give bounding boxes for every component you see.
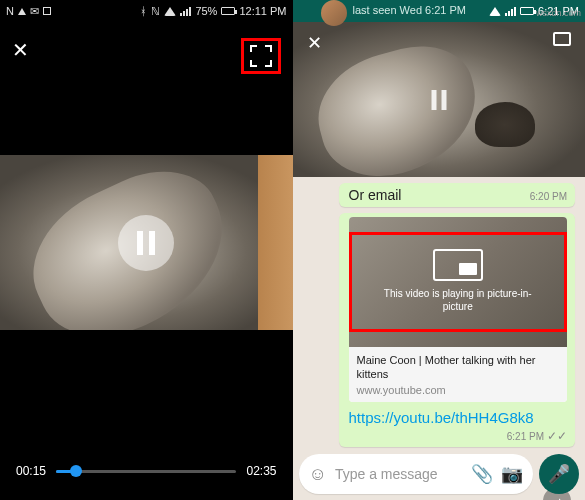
message-time: 6:20 PM [530,191,567,202]
seek-track[interactable] [56,470,236,473]
message-input[interactable]: ☺ Type a message 📎 📷 [299,454,534,494]
pip-pause-button[interactable] [431,90,446,110]
video-surface[interactable] [0,155,293,330]
highlight-pip-badge: This video is playing in picture-in-pict… [349,232,568,332]
link-thumbnail: This video is playing in picture-in-pict… [349,217,568,347]
attach-icon[interactable]: 📎 [471,463,493,485]
link-message-bubble[interactable]: This video is playing in picture-in-pict… [339,213,576,447]
pip-status-text: This video is playing in picture-in-pict… [372,287,545,313]
wifi-icon [489,7,501,16]
highlight-exit-fullscreen [241,38,281,74]
pip-icon [433,249,483,281]
last-seen-text: last seen Wed 6:21 PM [353,4,467,16]
chat-body[interactable]: Or email 6:20 PM This video is playing i… [293,177,586,500]
total-duration: 02:35 [246,464,276,478]
message-bubble[interactable]: Or email 6:20 PM [339,183,576,207]
mic-button[interactable]: 🎤 [539,454,579,494]
status-time: 12:11 PM [239,5,286,17]
link-title: Maine Coon | Mother talking with her kit… [357,353,560,382]
link-source: www.youtube.com [357,384,560,396]
pip-close-button[interactable]: ✕ [307,32,322,54]
signal-icon [505,7,516,16]
exit-fullscreen-button[interactable] [250,45,272,67]
left-screenshot: N ✉ ᚼ ℕ 75% 12:11 PM ✕ [0,0,293,500]
elapsed-time: 00:15 [16,464,46,478]
network-icon: N [6,5,14,17]
pip-fullscreen-button[interactable] [553,32,571,46]
emoji-icon[interactable]: ☺ [309,464,327,485]
contact-avatar[interactable] [321,0,347,26]
nfc-icon: ℕ [151,5,160,18]
link-url[interactable]: https://youtu.be/thHH4G8k8 [349,406,568,430]
close-button[interactable]: ✕ [12,38,29,74]
download-icon [18,8,26,15]
wifi-icon [164,7,176,16]
right-screenshot: 6:21 PM ✕ ← last seen Wed 6:21 PM last s… [293,0,586,500]
signal-icon [180,7,191,16]
battery-icon [520,7,534,15]
camera-icon[interactable]: 📷 [501,463,523,485]
status-bar: N ✉ ᚼ ℕ 75% 12:11 PM [0,0,293,22]
app-icon [43,7,51,15]
input-placeholder: Type a message [335,466,463,482]
delivered-ticks-icon: ✓✓ [547,429,567,443]
pip-video-window[interactable]: ✕ [293,22,586,177]
battery-percent: 75% [195,5,217,17]
message-time: 6:21 PM [507,431,544,442]
progress-bar[interactable]: 00:15 02:35 [0,464,293,478]
seek-thumb[interactable] [70,465,82,477]
bluetooth-icon: ᚼ [140,5,147,17]
watermark: wsxdn.com [536,8,581,18]
message-text: Or email [349,187,402,203]
mail-icon: ✉ [30,5,39,18]
link-preview-card[interactable]: This video is playing in picture-in-pict… [349,217,568,402]
pause-button[interactable] [118,215,174,271]
battery-icon [221,7,235,15]
